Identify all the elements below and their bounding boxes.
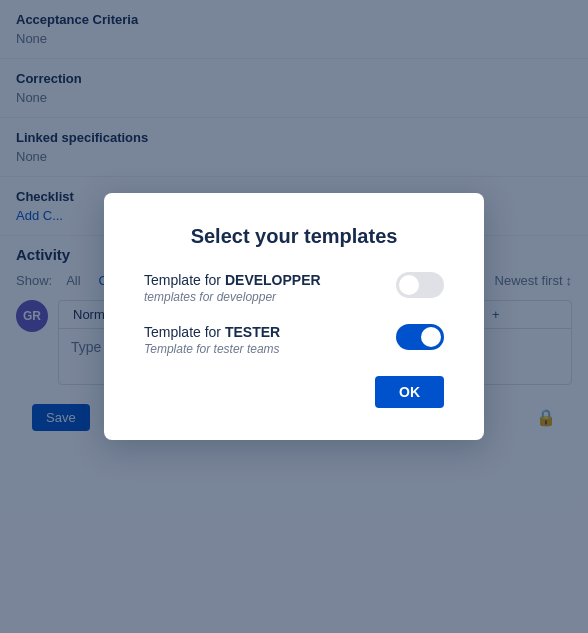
template-prefix-2: Template for <box>144 324 225 340</box>
template-desc-tester: Template for tester teams <box>144 342 380 356</box>
template-label-tester: Template for TESTER <box>144 324 380 340</box>
modal-footer: OK <box>144 376 444 408</box>
toggle-developper-slider <box>396 272 444 298</box>
template-info-tester: Template for TESTER Template for tester … <box>144 324 380 356</box>
toggle-tester[interactable] <box>396 324 444 350</box>
template-name-2: TESTER <box>225 324 280 340</box>
template-modal: Select your templates Template for DEVEL… <box>104 193 484 440</box>
template-label-developper: Template for DEVELOPPER <box>144 272 380 288</box>
template-desc-developper: templates for developper <box>144 290 380 304</box>
template-row-tester: Template for TESTER Template for tester … <box>144 324 444 356</box>
ok-button[interactable]: OK <box>375 376 444 408</box>
template-info-developper: Template for DEVELOPPER templates for de… <box>144 272 380 304</box>
template-prefix-1: Template for <box>144 272 225 288</box>
toggle-developper[interactable] <box>396 272 444 298</box>
template-row-developper: Template for DEVELOPPER templates for de… <box>144 272 444 304</box>
modal-overlay: Select your templates Template for DEVEL… <box>0 0 588 633</box>
template-name-1: DEVELOPPER <box>225 272 321 288</box>
modal-title: Select your templates <box>144 225 444 248</box>
toggle-tester-slider <box>396 324 444 350</box>
